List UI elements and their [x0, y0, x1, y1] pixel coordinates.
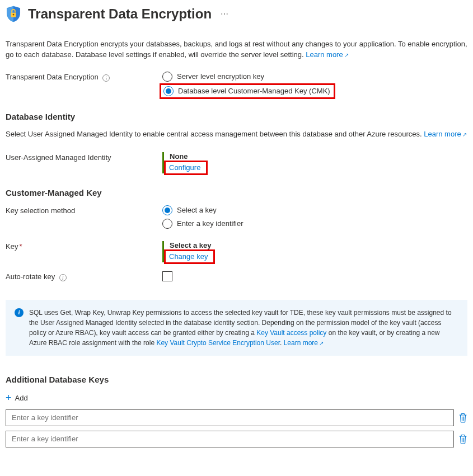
kv-crypto-role-link[interactable]: Key Vault Crypto Service Encryption User — [156, 339, 280, 347]
info-icon[interactable]: i — [102, 74, 110, 82]
tde-label: Transparent Data Encryption i — [6, 72, 162, 82]
more-menu-button[interactable]: ⋯ — [218, 7, 231, 21]
change-key-link[interactable]: Change key — [169, 252, 208, 261]
identity-learn-more-link[interactable]: Learn more↗ — [424, 130, 466, 138]
key-identifier-input[interactable] — [6, 431, 454, 447]
key-identifier-input[interactable] — [6, 409, 454, 426]
delete-icon[interactable] — [458, 413, 467, 423]
intro-learn-more-link[interactable]: Learn more↗ — [306, 50, 348, 59]
radio-server-level[interactable]: Server level encryption key — [162, 72, 467, 82]
autorotate-label: Auto-rotate key i — [6, 271, 162, 282]
info-icon[interactable]: i — [59, 274, 67, 281]
database-identity-heading: Database Identity — [6, 112, 467, 121]
uami-value: None — [170, 152, 467, 161]
external-link-icon: ↗ — [344, 52, 349, 58]
autorotate-checkbox[interactable] — [162, 271, 172, 281]
identity-desc: Select User Assigned Managed Identity to… — [6, 129, 467, 140]
configure-identity-link[interactable]: Configure — [169, 163, 200, 172]
additional-key-row — [6, 409, 467, 426]
key-label: Key* — [6, 241, 162, 251]
radio-database-level-cmk[interactable]: Database level Customer-Managed Key (CMK… — [161, 86, 330, 96]
external-link-icon: ↗ — [462, 131, 467, 138]
key-selection-method-label: Key selection method — [6, 205, 162, 215]
additional-keys-heading: Additional Database Keys — [6, 375, 467, 384]
radio-icon — [162, 72, 172, 82]
radio-select-a-key[interactable]: Select a key — [162, 205, 467, 215]
plus-icon: + — [6, 392, 12, 404]
uami-value-block: None Configure — [162, 152, 467, 173]
shield-icon — [6, 6, 21, 22]
panel-learn-more-link[interactable]: Learn more↗ — [284, 339, 324, 347]
additional-key-row — [6, 431, 467, 447]
page-title: Transparent Data Encryption — [28, 6, 212, 22]
key-value: Select a key — [170, 241, 467, 249]
cmk-heading: Customer-Managed Key — [6, 188, 467, 197]
radio-icon — [162, 219, 172, 229]
info-icon: i — [15, 308, 24, 317]
svg-point-1 — [13, 14, 15, 16]
intro-text: Transparent Data Encryption encrypts you… — [6, 39, 467, 60]
add-key-button[interactable]: + Add — [6, 392, 28, 404]
radio-enter-key-identifier[interactable]: Enter a key identifier — [162, 219, 467, 229]
radio-icon — [163, 86, 174, 96]
uami-label: User-Assigned Managed Identity — [6, 152, 162, 162]
kv-access-policy-link[interactable]: Key Vault access policy — [256, 329, 326, 337]
delete-icon[interactable] — [458, 434, 467, 444]
radio-icon — [162, 205, 172, 215]
key-value-block: Select a key Change key — [162, 241, 467, 262]
info-panel: i SQL uses Get, Wrap Key, Unwrap Key per… — [6, 300, 467, 356]
external-link-icon: ↗ — [319, 340, 324, 346]
